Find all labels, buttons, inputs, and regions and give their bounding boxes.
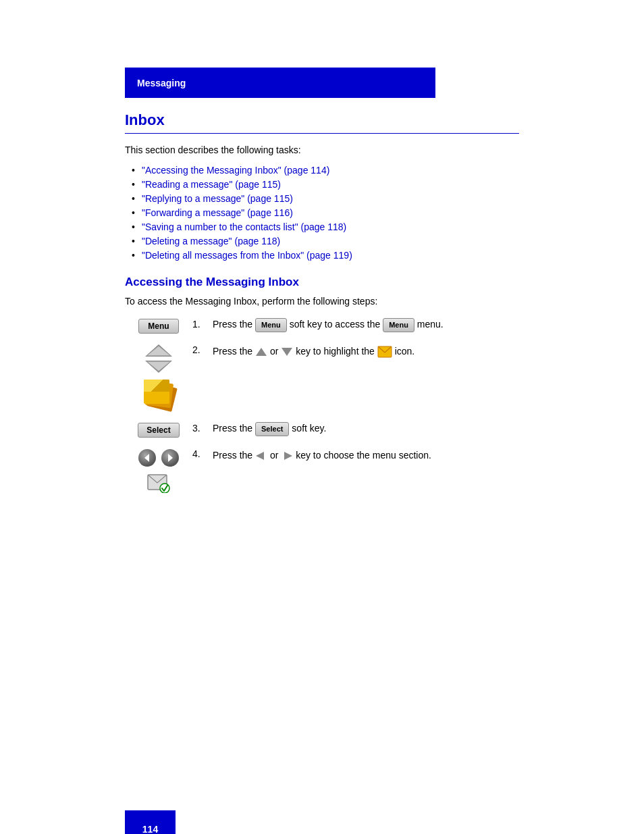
header-bar: Messaging xyxy=(125,68,435,98)
list-item: "Accessing the Messaging Inbox" (page 11… xyxy=(125,165,519,176)
right-key-inline xyxy=(281,451,293,461)
step-2-text: Press the or key to highlight the icon. xyxy=(213,343,519,359)
svg-marker-6 xyxy=(256,348,267,356)
step-row-3: Select 3. Press the Select soft key. xyxy=(125,421,519,438)
up-key-inline xyxy=(255,347,267,357)
intro-text: This section describes the following tas… xyxy=(125,145,519,155)
step1-menu-ref: Menu xyxy=(383,318,414,332)
step-4-text: Press the or key to choose the menu sect… xyxy=(213,447,519,463)
envelope-stack-icon xyxy=(140,378,178,412)
step3-btn-ref: Select xyxy=(255,422,289,436)
svg-marker-2 xyxy=(148,346,169,355)
nav-arrows-icon xyxy=(140,343,178,412)
check-envelope-icon xyxy=(147,474,170,493)
step-row-2: 2. Press the or key to highlight the xyxy=(125,343,519,412)
left-key-inline xyxy=(255,451,267,461)
svg-marker-15 xyxy=(256,452,264,460)
step1-btn-ref: Menu xyxy=(255,318,287,332)
toc-link-2[interactable]: "Reading a message" (page 115) xyxy=(142,179,281,190)
step-2-number: 2. xyxy=(192,343,213,355)
svg-marker-7 xyxy=(281,348,292,356)
list-item: "Deleting a message" (page 118) xyxy=(125,236,519,246)
step-row-1: Menu 1. Press the Menu soft key to acces… xyxy=(125,317,519,334)
envelope-inline-icon xyxy=(377,346,392,358)
check-envelope-svg xyxy=(147,474,170,493)
list-item: "Forwarding a message" (page 116) xyxy=(125,207,519,218)
step-1-text: Press the Menu soft key to access the Me… xyxy=(213,317,519,332)
step-3-text: Press the Select soft key. xyxy=(213,421,519,436)
toc-link-5[interactable]: "Saving a number to the contacts list" (… xyxy=(142,221,346,232)
toc-link-4[interactable]: "Forwarding a message" (page 116) xyxy=(142,207,293,218)
steps-area: Menu 1. Press the Menu soft key to acces… xyxy=(125,317,519,502)
menu-button[interactable]: Menu xyxy=(138,319,179,334)
step-3-number: 3. xyxy=(192,421,213,434)
step-1-number: 1. xyxy=(192,317,213,330)
step-2-icon-col xyxy=(125,343,192,412)
down-key-inline xyxy=(281,347,293,357)
page-number-box: 114 xyxy=(125,810,176,834)
section-heading: Accessing the Messaging Inbox xyxy=(125,276,519,289)
toc-link-3[interactable]: "Replying to a message" (page 115) xyxy=(142,193,293,204)
toc-link-7[interactable]: "Deleting all messages from the Inbox" (… xyxy=(142,250,352,261)
right-arrow-button-icon xyxy=(161,448,180,467)
page-title: Inbox xyxy=(125,111,519,134)
list-item: "Replying to a message" (page 115) xyxy=(125,193,519,204)
step-3-icon-col: Select xyxy=(125,421,192,438)
left-arrow-button-icon xyxy=(138,448,157,467)
lr-arrows-icon xyxy=(138,448,180,493)
select-button[interactable]: Select xyxy=(138,423,179,438)
list-item: "Reading a message" (page 115) xyxy=(125,179,519,190)
step-row-4: 4. Press the or key to choose the menu s… xyxy=(125,447,519,493)
step-1-icon-col: Menu xyxy=(125,317,192,334)
step-4-number: 4. xyxy=(192,447,213,459)
section-intro: To access the Messaging Inbox, perform t… xyxy=(125,296,519,307)
header-section-label: Messaging xyxy=(137,78,186,88)
main-content: Inbox This section describes the followi… xyxy=(125,98,519,502)
up-arrow-icon xyxy=(144,343,173,358)
toc-list: "Accessing the Messaging Inbox" (page 11… xyxy=(125,165,519,261)
list-item: "Deleting all messages from the Inbox" (… xyxy=(125,250,519,261)
svg-marker-5 xyxy=(148,362,169,371)
toc-link-6[interactable]: "Deleting a message" (page 118) xyxy=(142,236,280,246)
toc-link-1[interactable]: "Accessing the Messaging Inbox" (page 11… xyxy=(142,165,329,176)
svg-marker-16 xyxy=(284,452,292,460)
page-container: Messaging Inbox This section describes t… xyxy=(0,68,644,834)
step-4-icon-col xyxy=(125,447,192,493)
list-item: "Saving a number to the contacts list" (… xyxy=(125,221,519,232)
down-arrow-icon xyxy=(144,359,173,374)
page-number: 114 xyxy=(142,824,158,835)
